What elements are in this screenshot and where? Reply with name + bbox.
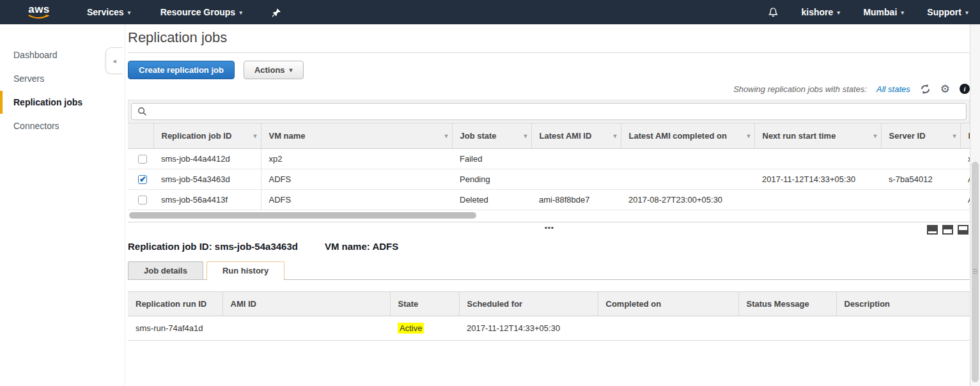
nav-item-region[interactable]: Mumbai ▾ <box>863 7 904 17</box>
sidebar-item-replication-jobs[interactable]: Replication jobs <box>0 91 125 114</box>
nav-item-services[interactable]: Services ▾ <box>87 7 131 17</box>
cell-server-id <box>881 149 960 169</box>
cell-next-run: 2017-11-12T14:33+05:30 <box>754 169 881 190</box>
cell-ami-completed <box>621 169 754 190</box>
tab-job-details[interactable]: Job details <box>128 261 203 279</box>
layout-bottom-half-icon[interactable] <box>942 225 953 235</box>
horizontal-scrollbar-thumb[interactable] <box>129 212 476 219</box>
detail-pane: Replication job ID: sms-job-54a3463d VM … <box>128 241 970 341</box>
cell-job-state: Failed <box>452 149 531 169</box>
column-header-description: Description <box>836 292 970 316</box>
page-title: Replication jobs <box>128 29 970 46</box>
filter-row: Showing replication jobs with states: Al… <box>128 81 970 96</box>
pushpin-icon[interactable] <box>272 8 281 17</box>
jobs-table-header-row: Replication job ID ▾ VM name ▾ Job state… <box>128 123 970 149</box>
nav-item-resource-groups[interactable]: Resource Groups ▾ <box>160 7 243 17</box>
nav-right-group: kishore ▾ Mumbai ▾ Support ▾ <box>768 7 980 18</box>
table-row-job-44a4412d[interactable]: sms-job-44a4412d xp2 Failed xp2 <box>128 149 970 169</box>
nav-menu: Services ▾ Resource Groups ▾ <box>87 7 242 17</box>
cell-description: ADFS <box>960 169 970 190</box>
cell-ami-completed: 2017-08-27T23:00+05:30 <box>621 190 754 210</box>
sort-caret-icon: ▾ <box>747 132 750 139</box>
column-header-scheduled-for: Scheduled for <box>459 292 598 316</box>
gear-icon[interactable]: ⚙ <box>940 84 950 95</box>
cell-description: xp2 <box>960 149 970 169</box>
sort-caret-icon: ▾ <box>873 132 876 139</box>
runs-table-header-row: Replication run ID AMI ID State Schedule… <box>128 292 970 316</box>
row-checkbox[interactable] <box>138 175 147 184</box>
column-header-latest-ami-id[interactable]: Latest AMI ID ▾ <box>531 123 621 149</box>
cell-status-message <box>738 316 836 341</box>
title-divider <box>128 52 970 53</box>
filter-status-text: Showing replication jobs with states: <box>733 84 867 94</box>
select-all-header <box>128 123 153 149</box>
column-header-next-run-start-time[interactable]: Next run start time ▾ <box>754 123 881 149</box>
column-header-description[interactable]: Description <box>960 123 970 149</box>
horizontal-scrollbar[interactable] <box>128 210 970 222</box>
cell-next-run <box>754 149 881 169</box>
layout-bottom-small-icon[interactable] <box>927 225 938 235</box>
refresh-icon[interactable] <box>920 84 931 95</box>
search-icon <box>137 107 147 119</box>
tab-run-history[interactable]: Run history <box>206 261 284 280</box>
sort-caret-icon: ▾ <box>613 132 616 139</box>
cell-job-id: sms-job-54a3463d <box>153 169 261 190</box>
caret-down-icon: ▾ <box>290 66 293 73</box>
aws-logo[interactable]: aws <box>27 4 51 20</box>
chevron-down-icon: ▾ <box>239 9 242 16</box>
main-content: Replication jobs Create replication job … <box>125 24 980 386</box>
sort-caret-icon: ▾ <box>524 132 527 139</box>
nav-item-label: Services <box>87 7 124 17</box>
column-header-latest-ami-completed-on[interactable]: Latest AMI completed on ▾ <box>621 123 754 149</box>
create-replication-job-button[interactable]: Create replication job <box>128 61 235 79</box>
cell-run-id: sms-run-74af4a1d <box>128 316 222 341</box>
sort-caret-icon: ▾ <box>953 132 956 139</box>
chevron-down-icon: ▾ <box>901 9 904 16</box>
chevron-down-icon: ▾ <box>128 9 131 16</box>
column-header-ami-id: AMI ID <box>222 292 390 316</box>
detail-vm-name: VM name: ADFS <box>325 241 398 252</box>
column-header-replication-job-id[interactable]: Replication job ID ▾ <box>153 123 261 149</box>
bell-icon[interactable] <box>768 7 779 18</box>
search-input[interactable] <box>131 103 967 120</box>
sort-caret-icon: ▾ <box>444 132 447 139</box>
cell-server-id: s-7ba54012 <box>881 169 960 190</box>
run-history-panel: Replication run ID AMI ID State Schedule… <box>128 291 970 341</box>
layout-top-half-icon[interactable] <box>958 225 968 235</box>
region-name: Mumbai <box>863 7 897 17</box>
detail-heading: Replication job ID: sms-job-54a3463d VM … <box>128 241 970 252</box>
table-row-job-56a4413f[interactable]: sms-job-56a4413f ADFS Deleted ami-88f8bd… <box>128 190 970 210</box>
column-header-job-state[interactable]: Job state ▾ <box>452 123 531 149</box>
column-header-vm-name[interactable]: VM name ▾ <box>261 123 452 149</box>
row-checkbox[interactable] <box>138 196 147 205</box>
cell-vm-name: ADFS <box>261 169 452 190</box>
cell-vm-name: xp2 <box>261 149 452 169</box>
column-header-status-message: Status Message <box>738 292 836 316</box>
cell-latest-ami <box>531 149 621 169</box>
sidebar-collapse-button[interactable]: ◂ <box>105 47 123 74</box>
vertical-scrollbar-thumb[interactable] <box>972 162 979 382</box>
actions-button[interactable]: Actions ▾ <box>244 61 304 79</box>
cell-ami-id <box>222 316 390 341</box>
vertical-scrollbar[interactable] <box>970 24 980 386</box>
cell-job-state: Deleted <box>452 190 531 210</box>
column-header-server-id[interactable]: Server ID ▾ <box>881 123 960 149</box>
cell-server-id <box>881 190 960 210</box>
info-icon[interactable]: i <box>960 84 970 94</box>
detail-tabs: Job details Run history <box>128 261 970 280</box>
table-row-run-74af4a1d[interactable]: sms-run-74af4a1d Active 2017-11-12T14:33… <box>128 316 970 341</box>
username: kishore <box>802 7 834 17</box>
sidebar-item-connectors[interactable]: Connectors <box>0 114 125 137</box>
row-checkbox[interactable] <box>138 155 147 164</box>
page-body: Dashboard Servers Replication jobs Conne… <box>0 24 980 386</box>
table-row-job-54a3463d[interactable]: sms-job-54a3463d ADFS Pending 2017-11-12… <box>128 169 970 190</box>
cell-vm-name: ADFS <box>261 190 452 210</box>
nav-item-user[interactable]: kishore ▾ <box>802 7 841 17</box>
replication-jobs-table: Replication job ID ▾ VM name ▾ Job state… <box>128 123 970 210</box>
ellipsis-drag-handle-icon[interactable] <box>543 226 554 230</box>
cell-completed-on <box>598 316 738 341</box>
all-states-link[interactable]: All states <box>876 84 910 94</box>
nav-item-label: Resource Groups <box>160 7 235 17</box>
nav-item-support[interactable]: Support ▾ <box>927 7 968 17</box>
cell-latest-ami <box>531 169 621 190</box>
